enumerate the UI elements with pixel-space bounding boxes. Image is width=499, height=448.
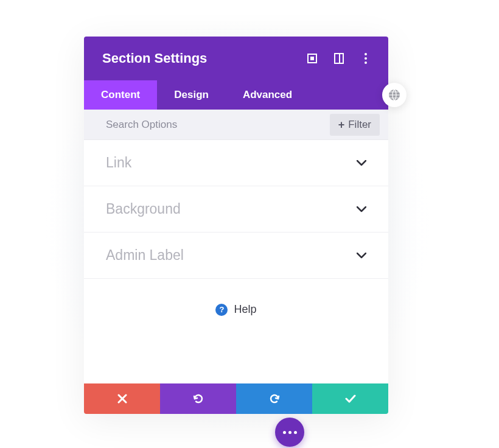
svg-point-6 [365, 61, 367, 64]
redo-icon [268, 393, 281, 405]
expand-icon[interactable] [307, 53, 318, 64]
search-input[interactable] [106, 119, 330, 131]
tab-advanced[interactable]: Advanced [226, 80, 309, 110]
dot-icon [294, 431, 297, 434]
accordion-title-admin-label: Admin Label [106, 247, 184, 264]
redo-button[interactable] [236, 383, 312, 414]
chevron-down-icon [357, 253, 366, 259]
plus-icon: + [338, 119, 345, 130]
dot-icon [283, 431, 286, 434]
help-row[interactable]: ? Help [84, 279, 388, 340]
modal-footer [84, 383, 388, 414]
responsive-badge[interactable] [382, 83, 407, 107]
modal-header: Section Settings [84, 37, 388, 80]
close-icon [117, 394, 127, 404]
settings-modal: Section Settings [84, 37, 388, 414]
panel-body: Link Background Admin Label ? Help [84, 140, 388, 383]
svg-rect-1 [310, 57, 314, 60]
dot-icon [288, 431, 291, 434]
check-icon [345, 394, 356, 403]
tab-design[interactable]: Design [157, 80, 226, 110]
accordion-admin-label[interactable]: Admin Label [84, 233, 388, 279]
accordion-title-link: Link [106, 155, 131, 171]
header-actions [307, 53, 371, 64]
svg-point-4 [365, 53, 367, 55]
undo-icon [192, 393, 204, 405]
cancel-button[interactable] [84, 383, 160, 414]
accordion-background[interactable]: Background [84, 186, 388, 233]
fab-more[interactable] [275, 418, 304, 447]
more-icon[interactable] [360, 53, 371, 64]
help-icon: ? [215, 304, 228, 316]
globe-icon [388, 89, 400, 101]
search-row: + Filter [84, 110, 388, 140]
filter-label: Filter [348, 119, 371, 131]
tab-content[interactable]: Content [84, 80, 157, 110]
chevron-down-icon [357, 206, 366, 212]
chevron-down-icon [357, 160, 366, 166]
help-label: Help [234, 303, 256, 316]
undo-button[interactable] [160, 383, 236, 414]
accordion-link[interactable]: Link [84, 140, 388, 186]
tabs: Content Design Advanced [84, 80, 388, 110]
accordion-title-background: Background [106, 201, 181, 217]
save-button[interactable] [312, 383, 388, 414]
filter-button[interactable]: + Filter [330, 114, 380, 136]
svg-point-5 [365, 57, 367, 60]
snap-icon[interactable] [333, 53, 344, 64]
modal-title: Section Settings [102, 51, 207, 66]
